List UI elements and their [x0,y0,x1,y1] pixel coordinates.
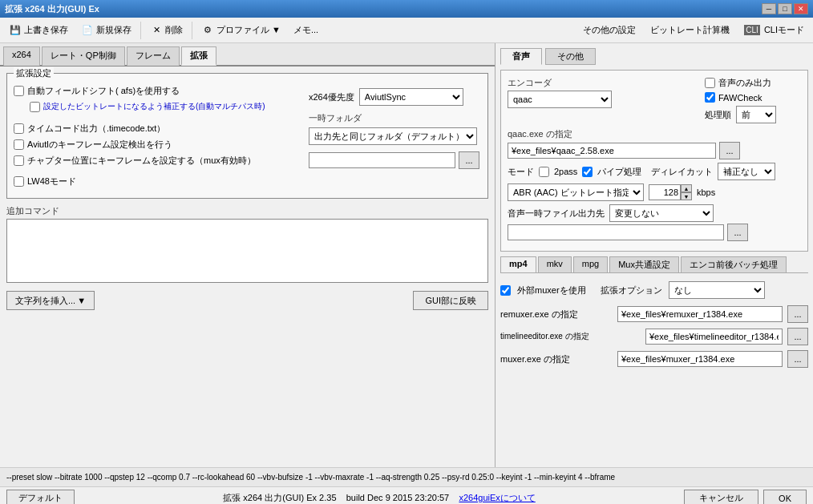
folder-path-input[interactable] [309,152,455,168]
processing-select[interactable]: 前 [736,106,776,123]
tab-mp4[interactable]: mp4 [500,256,536,272]
muxer-path-input[interactable] [617,351,783,367]
mode-label: モード [508,166,534,178]
priority-select[interactable]: AviutlSync [359,88,463,106]
header-right-controls: その他の設定 ビットレート計算機 CLI CLIモード [577,20,810,41]
ext-mux-label: 外部muxerを使用 [517,284,586,296]
chapter-checkbox[interactable] [14,155,24,166]
tab-other[interactable]: その他 [545,48,596,65]
audio-only-checkbox[interactable] [705,78,715,88]
toolbar-sep-1 [140,22,141,39]
tab-rate-qp[interactable]: レート・QP制御 [42,46,125,66]
auto-field-shift-checkbox[interactable] [14,86,24,96]
left-tab-bar: x264 レート・QP制御 フレーム 拡張 [0,43,495,67]
tab-frame[interactable]: フレーム [127,46,180,66]
bottom-btn-row: 文字列を挿入... ▼ GUI部に反映 [6,291,488,310]
remuxer-label: remuxer.exe の指定 [500,308,613,321]
remuxer-browse-button[interactable]: ... [787,305,808,323]
audio-temp-browse-button[interactable]: ... [727,224,748,241]
tab-extend[interactable]: 拡張 [181,46,216,66]
tab-mux-common[interactable]: Mux共通設定 [609,256,679,272]
ext-option-select[interactable]: なし [669,281,765,299]
title-bar-text: 拡張 x264 出力(GUI) Ex [5,3,99,15]
insert-string-button[interactable]: 文字列を挿入... ▼ [6,291,95,310]
tab-mkv[interactable]: mkv [538,256,572,272]
keyframe-row: Aviutlのキーフレーム設定検出を行う [14,139,299,151]
encoder-left: エンコーダ qaac [508,77,698,108]
tab-batch[interactable]: エンコ前後バッチ処理 [681,256,787,272]
bitrate-mode-select[interactable]: ABR (AAC) ビットレート指定 [508,183,644,201]
bottom-tab-bar: mp4 mkv mpg Mux共通設定 エンコ前後バッチ処理 [500,256,808,273]
timeline-row: timelineeditor.exe の指定 ... [500,328,808,345]
mux-section: 外部muxerを使用 拡張オプション なし remuxer.exe の指定 ..… [500,278,808,376]
save-icon: 💾 [9,24,22,37]
other-settings-button[interactable]: その他の設定 [577,20,641,41]
pipe-label: パイプ処理 [597,166,641,178]
audio-temp-path-input[interactable] [508,224,724,240]
folder-browse-button[interactable]: ... [459,151,479,169]
new-save-button[interactable]: 📄 新規保存 [75,20,137,41]
audio-temp-select[interactable]: 変更しない [609,204,714,222]
app-name-text: 拡張 x264 出力(GUI) Ex 2.35 [223,493,336,502]
remuxer-path-input[interactable] [617,306,783,322]
audio-section: エンコーダ qaac 音声のみ出力 FAWCheck [500,70,808,252]
dropdown-arrow-icon: ▼ [77,296,86,305]
bitrate-calc-button[interactable]: ビットレート計算機 [645,20,735,41]
maximize-button[interactable]: □ [778,3,792,14]
muxer-browse-button[interactable]: ... [787,350,808,368]
add-command-textarea[interactable] [6,219,488,283]
add-command-label: 追加コマンド [6,205,488,217]
delete-button[interactable]: ✕ 削除 [144,20,188,41]
timecode-checkbox[interactable] [14,123,24,134]
default-button[interactable]: デフォルト [6,490,75,505]
encoder-row: エンコーダ qaac 音声のみ出力 FAWCheck [508,77,801,123]
correct-bitrate-row: 設定したビットレートになるよう補正する(自動マルチパス時) [30,101,299,112]
memo-button[interactable]: メモ... [288,20,324,41]
qaac-path-input[interactable] [508,143,716,159]
faw-check-checkbox[interactable] [705,92,715,103]
bitrate-increment-button[interactable]: ▲ [681,184,692,192]
bitrate-mode-row: ABR (AAC) ビットレート指定 ▲ ▼ kbps [508,183,801,201]
qaac-browse-button[interactable]: ... [719,142,740,159]
qaac-path-row: qaac.exe の指定 ... [508,128,801,159]
minimize-button[interactable]: ─ [762,3,776,14]
delay-select[interactable]: 補正なし [718,163,775,180]
ext-mux-checkbox[interactable] [500,285,511,296]
overwrite-save-button[interactable]: 💾 上書き保存 [3,20,74,41]
bitrate-input[interactable] [649,184,681,200]
timeline-browse-button[interactable]: ... [787,328,808,345]
cli-mode-button[interactable]: CLI CLIモード [738,20,810,41]
add-command-section: 追加コマンド 文字列を挿入... ▼ GUI部に反映 [6,205,488,310]
ok-button[interactable]: OK [763,490,807,505]
tab-x264[interactable]: x264 [3,46,40,66]
temp-folder-select[interactable]: 出力先と同じフォルダ（デフォルト） [309,127,477,145]
toolbar-sep-2 [192,22,192,39]
twopass-checkbox[interactable] [539,167,549,177]
chapter-label: チャプター位置にキーフレームを設定する（mux有効時） [27,155,256,167]
correct-bitrate-checkbox[interactable] [30,102,40,112]
title-bar: 拡張 x264 出力(GUI) Ex ─ □ ✕ [0,0,813,18]
temp-folder-label: 一時フォルダ [309,112,481,124]
lw48-checkbox[interactable] [14,176,24,187]
reflect-gui-button[interactable]: GUI部に反映 [413,291,488,310]
about-link[interactable]: x264guiExについて [459,493,535,502]
section-title: 拡張設定 [14,67,54,79]
cli-icon: CLI [744,25,760,35]
encoder-right: 音声のみ出力 FAWCheck 処理順 前 [705,77,801,123]
lw48-label: LW48モード [27,175,76,187]
build-info-text: build Dec 9 2015 23:20:57 [346,493,449,502]
timeline-path-input[interactable] [645,329,783,345]
status-bar: --preset slow --bitrate 1000 --qpstep 12… [0,467,813,486]
cancel-button[interactable]: キャンセル [684,490,758,505]
bitrate-decrement-button[interactable]: ▼ [681,192,692,200]
tab-audio[interactable]: 音声 [500,48,542,65]
pipe-checkbox[interactable] [582,167,593,177]
tab-mpg[interactable]: mpg [573,256,608,272]
encoder-select[interactable]: qaac [508,91,612,108]
profile-button[interactable]: ⚙ プロファイル ▼ [196,20,286,41]
keyframe-checkbox[interactable] [14,139,24,150]
auto-field-shift-label: 自動フィールドシフト( afs)を使用する [27,85,180,97]
ext-option-label: 拡張オプション [601,284,662,296]
close-button[interactable]: ✕ [794,3,808,14]
muxer-row: muxer.exe の指定 ... [500,350,808,368]
